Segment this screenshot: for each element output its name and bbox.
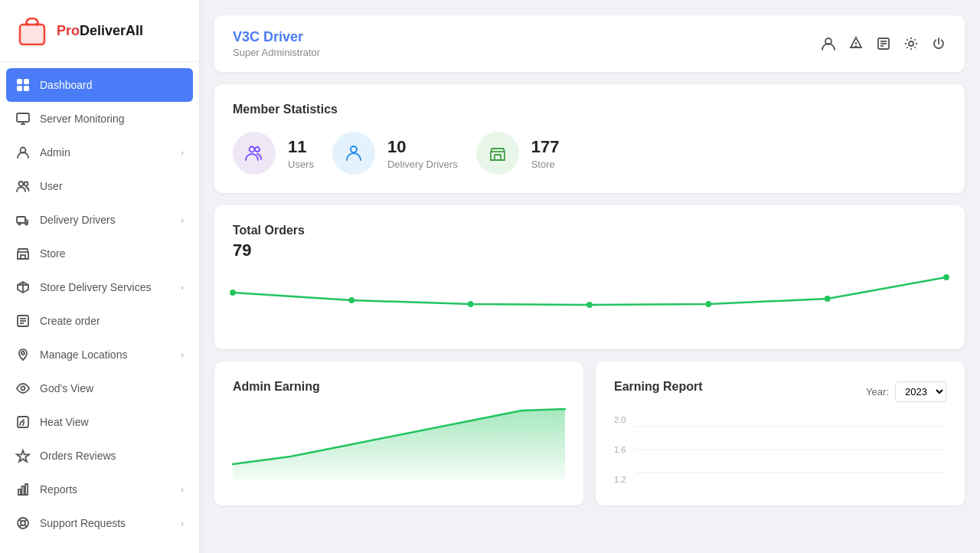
power-icon-button[interactable] xyxy=(931,36,946,51)
svg-rect-6 xyxy=(17,86,22,91)
svg-point-16 xyxy=(25,223,28,225)
truck-icon xyxy=(15,212,31,227)
svg-point-13 xyxy=(24,182,28,186)
eye-icon xyxy=(15,381,31,396)
svg-point-53 xyxy=(705,301,711,307)
sidebar-item-create-order[interactable]: Create order xyxy=(0,304,199,338)
svg-rect-26 xyxy=(18,417,28,427)
sidebar-item-gods-view[interactable]: God's View xyxy=(0,371,199,405)
logo-icon xyxy=(15,14,49,47)
stat-users: 11 Users xyxy=(233,132,314,175)
heat-icon xyxy=(15,414,31,430)
svg-point-45 xyxy=(250,147,255,152)
bottom-row: Admin Earning Earning Report xyxy=(214,362,965,506)
sidebar-item-store-delivery-services-label: Store Delivery Services xyxy=(40,281,152,293)
svg-point-49 xyxy=(230,290,236,296)
svg-point-39 xyxy=(855,46,857,47)
sidebar-item-admin[interactable]: Admin › xyxy=(0,136,199,169)
settings-icon-button[interactable] xyxy=(903,36,919,51)
svg-rect-4 xyxy=(17,79,22,84)
year-label: Year: xyxy=(866,386,889,398)
logo-text: ProDeliverAll xyxy=(57,23,143,39)
stat-delivery-drivers: 10 Delivery Drivers xyxy=(332,132,458,175)
sidebar-item-dashboard[interactable]: Dashboard xyxy=(6,68,193,102)
sidebar-item-store-delivery-services[interactable]: Store Delivery Services › xyxy=(0,270,199,304)
svg-rect-8 xyxy=(17,113,29,122)
box-icon xyxy=(15,280,31,295)
svg-point-55 xyxy=(943,274,949,280)
year-select[interactable]: 2023 2022 2021 xyxy=(895,381,946,402)
svg-rect-48 xyxy=(495,155,501,160)
svg-line-34 xyxy=(24,520,26,522)
edit-icon-button[interactable] xyxy=(876,36,891,51)
total-orders-title: Total Orders xyxy=(233,224,946,237)
location-icon xyxy=(15,347,31,362)
sidebar-item-delivery-drivers[interactable]: Delivery Drivers › xyxy=(0,203,199,237)
stat-store: 177 Store xyxy=(476,132,560,175)
sidebar-item-server-monitoring[interactable]: Server Monitoring xyxy=(0,102,199,136)
svg-rect-30 xyxy=(25,484,28,495)
y-axis-1.6: 1.6 xyxy=(614,445,626,454)
stats-row: 11 Users 10 Delivery Drivers xyxy=(233,132,946,175)
sidebar-item-user[interactable]: User xyxy=(0,169,199,203)
stat-users-value: 11 xyxy=(288,137,314,157)
sidebar-item-create-order-label: Create order xyxy=(40,315,100,327)
earning-report-header: Earning Report Year: 2023 2022 2021 xyxy=(614,380,946,403)
earning-report-card: Earning Report Year: 2023 2022 2021 2.0 … xyxy=(596,362,965,506)
sidebar-item-orders-reviews[interactable]: Orders Reviews xyxy=(0,439,199,473)
stat-delivery-drivers-value: 10 xyxy=(387,137,458,157)
svg-line-33 xyxy=(20,520,21,522)
orders-line-chart xyxy=(233,270,946,331)
stat-store-value: 177 xyxy=(531,137,560,157)
svg-rect-29 xyxy=(22,486,24,495)
sidebar-item-manage-locations[interactable]: Manage Locations › xyxy=(0,338,199,371)
y-axis-1.2: 1.2 xyxy=(614,475,626,484)
svg-point-15 xyxy=(18,223,21,225)
support-icon xyxy=(15,515,31,531)
y-axis-2.0: 2.0 xyxy=(614,415,626,424)
person-group-icon xyxy=(15,178,31,194)
chevron-icon: › xyxy=(181,519,184,528)
svg-point-50 xyxy=(348,297,354,303)
svg-marker-56 xyxy=(233,409,565,479)
total-orders-chart xyxy=(233,270,946,331)
header-icons xyxy=(821,36,946,51)
sidebar-item-gods-view-label: God's View xyxy=(40,382,93,394)
admin-earning-title: Admin Earning xyxy=(233,380,565,394)
user-icon-button[interactable] xyxy=(821,36,836,51)
sidebar-item-admin-label: Admin xyxy=(40,146,70,159)
sidebar-item-reports[interactable]: Reports › xyxy=(0,473,199,506)
stat-users-avatar xyxy=(233,132,276,175)
svg-point-44 xyxy=(909,41,913,46)
stat-store-avatar xyxy=(476,132,519,175)
sidebar-item-heat-view[interactable]: Heat View xyxy=(0,405,199,439)
chevron-icon: › xyxy=(181,148,184,157)
alert-icon-button[interactable] xyxy=(848,36,864,51)
sidebar-item-manage-locations-label: Manage Locations xyxy=(40,348,127,361)
admin-earning-card: Admin Earning xyxy=(214,362,583,506)
chevron-icon: › xyxy=(181,485,184,494)
stat-store-label: Store xyxy=(531,159,560,170)
svg-point-31 xyxy=(18,518,28,528)
svg-point-25 xyxy=(21,387,25,391)
stat-users-info: 11 Users xyxy=(288,137,314,170)
sidebar-item-user-label: User xyxy=(40,180,63,192)
header-title: V3C Driver xyxy=(233,29,320,45)
header-info: V3C Driver Super Administrator xyxy=(233,29,320,58)
chevron-icon: › xyxy=(181,350,184,359)
sidebar: ProDeliverAll Dashboard xyxy=(0,0,199,553)
member-statistics-title: Member Statistics xyxy=(233,103,946,116)
admin-earning-chart xyxy=(233,403,565,479)
svg-point-47 xyxy=(351,146,357,152)
stat-delivery-drivers-label: Delivery Drivers xyxy=(387,159,458,170)
star-icon xyxy=(15,448,31,463)
svg-point-24 xyxy=(21,352,24,355)
svg-rect-5 xyxy=(24,79,29,84)
earning-report-line-chart xyxy=(635,415,946,484)
sidebar-item-support-requests[interactable]: Support Requests › xyxy=(0,506,199,540)
sidebar-item-store[interactable]: Store xyxy=(0,237,199,270)
sidebar-item-delivery-drivers-label: Delivery Drivers xyxy=(40,214,116,226)
logo: ProDeliverAll xyxy=(0,0,199,62)
chevron-icon: › xyxy=(181,215,184,224)
svg-point-54 xyxy=(825,296,831,302)
